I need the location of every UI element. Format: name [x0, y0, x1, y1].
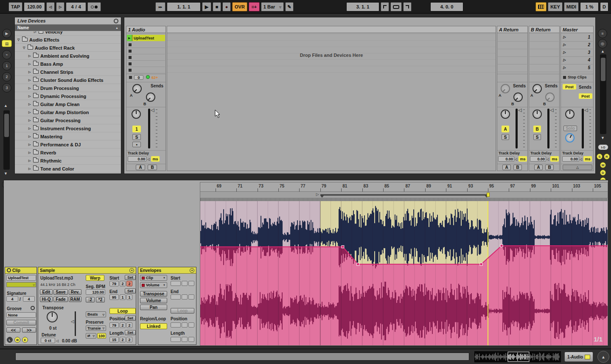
loop-toggle[interactable]: Loop	[109, 308, 136, 314]
browser-item[interactable]: ▽ Audio Effects	[15, 36, 121, 44]
transient-loop-mode-select[interactable]: ⇄▽	[86, 333, 96, 339]
knob[interactable]	[146, 92, 155, 102]
crossfader[interactable]: △	[563, 165, 592, 170]
clip-overview-icon[interactable]: ◎	[598, 39, 607, 48]
browser-item[interactable]: ▷ Ambient and Evolving	[15, 52, 121, 60]
follow-button[interactable]: ▸▸	[155, 2, 165, 11]
knob[interactable]	[533, 84, 542, 93]
expand-panel-icon[interactable]: +	[190, 268, 194, 273]
scroll-down-arrow[interactable]: ▼	[601, 136, 605, 140]
fader-handle-icon[interactable]: ◁	[584, 107, 588, 113]
groove-hotswap-icon[interactable]	[31, 306, 35, 310]
empty-clip-slot[interactable]	[127, 48, 165, 54]
loop-toggle[interactable]	[390, 2, 402, 11]
xfade-assign-b[interactable]: B	[513, 165, 522, 170]
double-bpm-button[interactable]: *2	[96, 297, 105, 302]
xfade-assign-a[interactable]: A	[502, 165, 511, 170]
browser-item[interactable]: ▷ Rhythmic	[15, 157, 121, 165]
tap-tempo-button[interactable]: TAP	[8, 2, 22, 11]
scroll-down-arrow[interactable]: ▼	[4, 171, 8, 176]
session-record-button[interactable]: ≡+	[249, 2, 260, 11]
env-start-sixteenths[interactable]	[188, 281, 194, 286]
env-end-sixteenths[interactable]	[188, 294, 194, 300]
browser-item[interactable]: ▷ Performance & DJ	[15, 140, 121, 148]
loop-position-bars[interactable]: 79	[109, 322, 119, 328]
record-button[interactable]: ●	[222, 2, 231, 11]
next-clip-button[interactable]: >>	[22, 328, 36, 333]
clip-stop-button[interactable]	[129, 76, 132, 79]
left-scrollbar[interactable]	[3, 110, 10, 170]
arm-button[interactable]: ●	[132, 142, 141, 147]
spinner-icon[interactable]: ◁	[547, 157, 549, 161]
scroll-up-arrow[interactable]: ▲	[4, 104, 8, 108]
knob[interactable]	[501, 109, 510, 119]
browser-item[interactable]: ▷ Guitar Amp Distortion	[15, 108, 121, 116]
knob[interactable]	[513, 92, 523, 102]
clip-gain-value[interactable]: 0.00 dB	[62, 339, 77, 343]
loop-start-marker[interactable]: ▷	[316, 192, 319, 196]
device-browser-button[interactable]: ▤	[2, 40, 12, 47]
track-header[interactable]: 1 Audio	[126, 26, 165, 33]
transpose-knob[interactable]	[47, 311, 58, 322]
browser-item[interactable]: ▷ Tone and Color	[15, 165, 121, 173]
stop-all-clips-button[interactable]	[563, 76, 566, 79]
clip-gain-slider[interactable]: ◁	[75, 311, 76, 336]
return-activator[interactable]: A	[502, 126, 509, 132]
punch-in-button[interactable]	[381, 2, 389, 11]
post-toggle-b[interactable]: Post	[579, 93, 592, 99]
quick-pan-button[interactable]: Pan	[140, 305, 167, 310]
disclosure-arrow-icon[interactable]: ▷	[28, 103, 33, 106]
disclosure-arrow-icon[interactable]: ▷	[28, 54, 33, 58]
file-browser-1-button[interactable]: 1	[2, 61, 11, 70]
env-position-bars[interactable]	[171, 322, 181, 328]
close-browser-button[interactable]	[114, 19, 118, 23]
end-sixteenths[interactable]: 1	[126, 294, 132, 300]
prev-clip-button[interactable]: <<	[6, 328, 20, 333]
granularity-value[interactable]: 100	[97, 333, 106, 339]
plugin-browser-button[interactable]: ⌁	[2, 50, 11, 59]
file-browser-2-button[interactable]: 2	[2, 72, 11, 81]
empty-clip-slot[interactable]	[127, 42, 165, 48]
slider-handle-icon[interactable]: ◁	[71, 319, 74, 324]
quick-transpose-button[interactable]: Transpose	[140, 291, 167, 297]
scene-launch-button[interactable]: ▷	[563, 66, 566, 70]
disclosure-arrow-icon[interactable]: ▷	[28, 78, 33, 82]
clip-stop-button[interactable]	[129, 43, 132, 46]
overdub-toggle[interactable]: OVR	[232, 2, 247, 11]
clip-slot-uploadtest[interactable]: ▶ UploadTest	[127, 35, 165, 41]
envelope-device-select[interactable]: Clip▼	[140, 275, 167, 281]
solo-cue-button[interactable]: Solo	[563, 126, 577, 131]
knob[interactable]	[533, 109, 542, 119]
browser-item[interactable]: ▽ Audio Effect Rack	[15, 44, 121, 52]
spinner-icon[interactable]: ◁	[580, 157, 582, 161]
end-bars[interactable]: 95	[109, 294, 119, 300]
fader-handle-icon[interactable]: ◁	[550, 107, 553, 113]
return-activator[interactable]: B	[533, 126, 541, 132]
env-start-beats[interactable]	[182, 281, 188, 286]
volume-fader[interactable]: ◁	[546, 109, 558, 148]
disclosure-arrow-icon[interactable]: ▷	[28, 62, 33, 66]
transpose-value[interactable]: 0 st	[49, 326, 56, 330]
start-set-button[interactable]: Set	[125, 275, 136, 280]
metronome-toggle[interactable]	[87, 2, 101, 11]
delay-ms-toggle[interactable]: ms	[550, 156, 559, 162]
knob[interactable]	[501, 84, 510, 93]
loop-position-beats[interactable]: 2	[120, 322, 126, 328]
groove-select[interactable]: None	[6, 312, 36, 318]
play-button[interactable]: ▶	[202, 2, 211, 11]
track-select-button[interactable]: 1-Audio	[564, 352, 593, 362]
browser-item[interactable]: ▷ Channel Strips	[15, 68, 121, 76]
midi-map-button[interactable]: MIDI	[564, 2, 579, 11]
disclosure-arrow-icon[interactable]: ▷	[28, 167, 33, 171]
solo-button[interactable]: S	[533, 134, 541, 140]
browser-item[interactable]: ▷ Guitar Amp Clean	[15, 100, 121, 108]
spinner-icon[interactable]: ◁	[515, 157, 517, 161]
save-button[interactable]: Save	[53, 289, 68, 295]
loop-length-bars[interactable]: 15	[109, 337, 119, 342]
volume-fader[interactable]: ◁	[580, 109, 592, 148]
scene-row[interactable]: ▷2	[561, 42, 593, 49]
loop-length-beats[interactable]: 2	[120, 337, 126, 342]
clip-stop-button[interactable]	[129, 50, 132, 53]
env-length-sixteenths[interactable]	[188, 337, 194, 342]
scrollbar-thumb[interactable]	[601, 58, 605, 81]
